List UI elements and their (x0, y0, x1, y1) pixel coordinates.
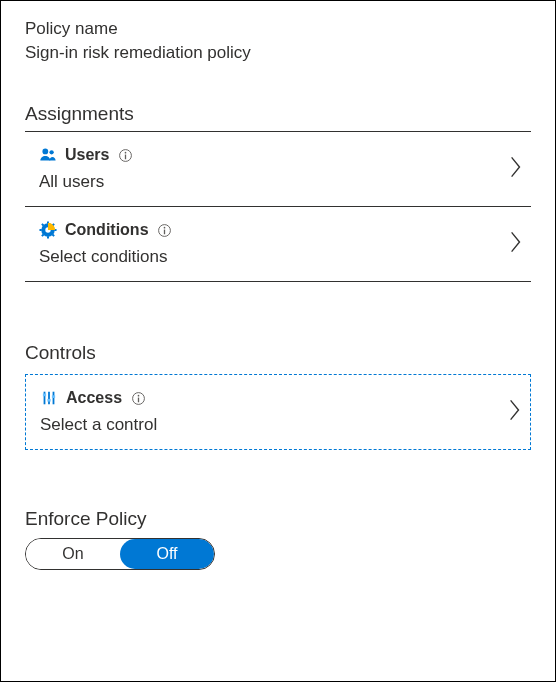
svg-rect-22 (47, 399, 50, 402)
access-row-head: Access (40, 389, 522, 407)
policy-name-value: Sign-in risk remediation policy (25, 43, 531, 63)
chevron-right-icon (509, 154, 523, 184)
svg-point-1 (49, 150, 53, 154)
assignments-header: Assignments (25, 103, 531, 132)
svg-line-10 (42, 224, 44, 226)
svg-point-16 (164, 226, 166, 228)
assignments-section: Assignments Users (25, 103, 531, 282)
svg-rect-23 (52, 395, 55, 398)
enforce-toggle[interactable]: On Off (25, 538, 215, 570)
access-summary: Select a control (40, 415, 522, 435)
svg-line-11 (53, 235, 55, 237)
conditions-row[interactable]: Conditions Select conditions (25, 207, 531, 282)
info-icon[interactable] (117, 147, 133, 163)
svg-rect-21 (43, 394, 46, 397)
controls-header: Controls (25, 342, 531, 372)
chevron-right-icon (509, 229, 523, 259)
svg-point-3 (125, 151, 127, 153)
conditions-row-head: Conditions (39, 221, 523, 239)
svg-point-25 (137, 394, 139, 396)
access-row[interactable]: Access Select a control (25, 374, 531, 450)
info-icon[interactable] (157, 222, 173, 238)
conditions-gear-icon (39, 221, 57, 239)
info-icon[interactable] (130, 390, 146, 406)
enforce-toggle-off[interactable]: Off (120, 539, 214, 569)
users-icon (39, 146, 57, 164)
conditions-summary: Select conditions (39, 247, 523, 267)
users-row[interactable]: Users All users (25, 132, 531, 207)
access-sliders-icon (40, 389, 58, 407)
svg-rect-26 (137, 397, 138, 402)
enforce-label: Enforce Policy (25, 508, 531, 530)
users-title: Users (65, 146, 109, 164)
svg-line-12 (42, 235, 44, 237)
access-title: Access (66, 389, 122, 407)
users-row-head: Users (39, 146, 523, 164)
policy-panel: Policy name Sign-in risk remediation pol… (0, 0, 556, 682)
policy-name-label: Policy name (25, 19, 531, 39)
enforce-toggle-on[interactable]: On (26, 539, 120, 569)
svg-point-0 (42, 149, 48, 155)
conditions-title: Conditions (65, 221, 149, 239)
controls-section: Controls Access (25, 342, 531, 450)
policy-name-field: Policy name Sign-in risk remediation pol… (25, 19, 531, 63)
chevron-right-icon (508, 397, 522, 427)
svg-rect-17 (164, 229, 165, 234)
users-summary: All users (39, 172, 523, 192)
svg-rect-4 (125, 154, 126, 159)
enforce-section: Enforce Policy On Off (25, 508, 531, 570)
